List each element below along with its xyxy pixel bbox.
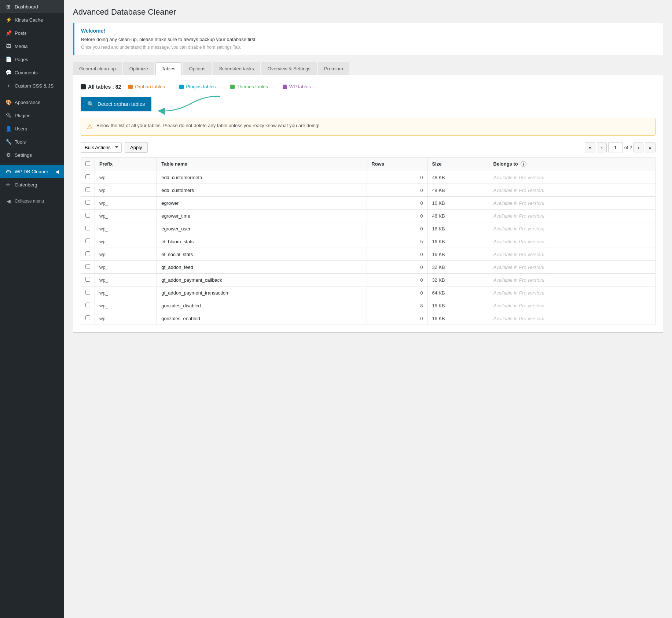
filter-wp-tables[interactable]: WP tables : -- — [283, 84, 318, 89]
row-checkbox-10 — [81, 299, 95, 312]
filter-themes-tables[interactable]: Themes tables : -- — [230, 84, 275, 89]
page-next-button[interactable]: › — [634, 143, 643, 152]
sidebar-item-users[interactable]: 👤 Users — [0, 122, 64, 135]
row-name-4: egrower_user — [157, 222, 367, 235]
row-size-7: 32 KB — [427, 261, 489, 274]
page-of-label: of 2 — [624, 145, 632, 150]
row-prefix-0: wp_ — [95, 171, 157, 184]
row-checkbox-input-4[interactable] — [85, 226, 90, 230]
row-checkbox-11 — [81, 312, 95, 325]
sidebar-item-custom-css-js[interactable]: + Custom CSS & JS — [0, 79, 64, 92]
row-rows-0: 0 — [367, 171, 427, 184]
row-name-5: et_bloom_stats — [157, 235, 367, 248]
sidebar-item-appearance[interactable]: 🎨 Appearance — [0, 96, 64, 109]
plugins-icon: 🔌 — [5, 112, 12, 118]
pagination: « ‹ of 2 › » — [585, 143, 656, 152]
table-row: wp_ egrower_user 0 16 KB Available in Pr… — [81, 222, 656, 235]
row-checkbox-input-3[interactable] — [85, 213, 90, 218]
row-checkbox-input-2[interactable] — [85, 200, 90, 205]
table-row: wp_ gonzales_enabled 0 16 KB Available i… — [81, 312, 656, 325]
db-cleaner-icon: 🗃 — [5, 169, 12, 174]
sidebar-item-collapse-menu[interactable]: ◀ Collapse menu — [0, 195, 64, 208]
media-icon: 🖼 — [5, 43, 12, 49]
sidebar-divider-3 — [0, 193, 64, 193]
page-current-input[interactable] — [608, 143, 623, 152]
sidebar-item-wp-db-cleaner[interactable]: 🗃 WP DB Cleaner ◀ — [0, 165, 64, 178]
row-size-4: 16 KB — [427, 222, 489, 235]
row-belongs-7: Available in Pro version! — [489, 261, 655, 274]
row-name-2: egrower — [157, 197, 367, 210]
select-all-checkbox[interactable] — [85, 161, 90, 166]
row-checkbox-input-6[interactable] — [85, 251, 90, 256]
row-belongs-4: Available in Pro version! — [489, 222, 655, 235]
row-rows-6: 0 — [367, 248, 427, 261]
sidebar-item-comments[interactable]: 💬 Comments — [0, 66, 64, 79]
tab-optimize[interactable]: Optimize — [123, 62, 154, 75]
row-checkbox-input-0[interactable] — [85, 174, 90, 179]
row-checkbox-1 — [81, 184, 95, 197]
filter-bar: All tables : 82 Orphan tables : -- Plugi… — [81, 84, 656, 90]
row-name-7: gf_addon_feed — [157, 261, 367, 274]
tab-overview-settings[interactable]: Overview & Settings — [261, 62, 317, 75]
page-first-button[interactable]: « — [585, 143, 595, 152]
row-checkbox-input-8[interactable] — [85, 277, 90, 282]
orphan-tables-link[interactable]: Orphan tables : -- — [135, 84, 172, 89]
table-row: wp_ gf_addon_payment_callback 0 32 KB Av… — [81, 274, 656, 286]
bulk-left: Bulk Actions Delete Apply — [81, 142, 148, 153]
table-row: wp_ gf_addon_feed 0 32 KB Available in P… — [81, 261, 656, 274]
row-checkbox-6 — [81, 248, 95, 261]
row-checkbox-input-9[interactable] — [85, 290, 90, 295]
bulk-actions-bar: Bulk Actions Delete Apply « ‹ of 2 › » — [81, 142, 656, 153]
row-belongs-0: Available in Pro version! — [489, 171, 655, 184]
themes-tables-link[interactable]: Themes tables : -- — [237, 84, 275, 89]
row-name-1: edd_customers — [157, 184, 367, 197]
plugins-tables-link[interactable]: Plugins tables : -- — [186, 84, 223, 89]
sidebar-item-tools[interactable]: 🔧 Tools — [0, 135, 64, 148]
page-last-button[interactable]: » — [645, 143, 656, 152]
tab-general-cleanup[interactable]: General clean-up — [73, 62, 122, 75]
tables-panel: All tables : 82 Orphan tables : -- Plugi… — [73, 75, 663, 333]
table-row: wp_ et_social_stats 0 16 KB Available in… — [81, 248, 656, 261]
sidebar-item-kinsta-cache[interactable]: ⚡ Kinsta Cache — [0, 13, 64, 26]
row-checkbox-input-1[interactable] — [85, 187, 90, 192]
welcome-title: Welcome! — [81, 28, 657, 34]
sidebar-item-plugins[interactable]: 🔌 Plugins — [0, 109, 64, 122]
sidebar-item-gutenberg[interactable]: ✏ Gutenberg — [0, 178, 64, 191]
row-checkbox-input-7[interactable] — [85, 264, 90, 269]
row-checkbox-4 — [81, 222, 95, 235]
row-belongs-9: Available in Pro version! — [489, 286, 655, 299]
filter-plugins-tables[interactable]: Plugins tables : -- — [179, 84, 223, 89]
apply-button[interactable]: Apply — [125, 142, 148, 153]
row-prefix-7: wp_ — [95, 261, 157, 274]
col-rows: Rows — [367, 157, 427, 171]
detect-orphan-button[interactable]: 🔍 Detect orphan tables — [81, 97, 151, 111]
sidebar-divider-2 — [0, 163, 64, 163]
tab-premium[interactable]: Premium — [318, 62, 349, 75]
belongs-to-info-icon[interactable]: ℹ — [521, 161, 526, 167]
filter-all-tables[interactable]: All tables : 82 — [81, 84, 121, 90]
page-prev-button[interactable]: ‹ — [597, 143, 606, 152]
sidebar-item-settings[interactable]: ⚙ Settings — [0, 148, 64, 162]
tab-scheduled-tasks[interactable]: Scheduled tasks — [213, 62, 260, 75]
row-prefix-4: wp_ — [95, 222, 157, 235]
row-checkbox-input-10[interactable] — [85, 303, 90, 307]
tab-tables[interactable]: Tables — [155, 62, 182, 75]
users-icon: 👤 — [5, 126, 12, 132]
row-belongs-3: Available in Pro version! — [489, 210, 655, 222]
row-name-9: gf_addon_payment_transaction — [157, 286, 367, 299]
sidebar-item-media[interactable]: 🖼 Media — [0, 40, 64, 53]
bulk-actions-select[interactable]: Bulk Actions Delete — [81, 142, 122, 153]
row-prefix-9: wp_ — [95, 286, 157, 299]
row-checkbox-input-11[interactable] — [85, 315, 90, 320]
table-row: wp_ edd_customers 0 48 KB Available in P… — [81, 184, 656, 197]
sidebar-item-pages[interactable]: 📄 Pages — [0, 53, 64, 66]
tab-options[interactable]: Options — [183, 62, 212, 75]
wp-tables-link[interactable]: WP tables : -- — [289, 84, 318, 89]
sidebar-item-dashboard[interactable]: ⊞ Dashboard — [0, 0, 64, 13]
filter-orphan-tables[interactable]: Orphan tables : -- — [128, 84, 172, 89]
warning-text: Below the list of all your tables. Pleas… — [96, 123, 319, 128]
sidebar-item-posts[interactable]: 📌 Posts — [0, 26, 64, 40]
row-prefix-3: wp_ — [95, 210, 157, 222]
kinsta-icon: ⚡ — [5, 17, 12, 23]
row-checkbox-input-5[interactable] — [85, 238, 90, 243]
